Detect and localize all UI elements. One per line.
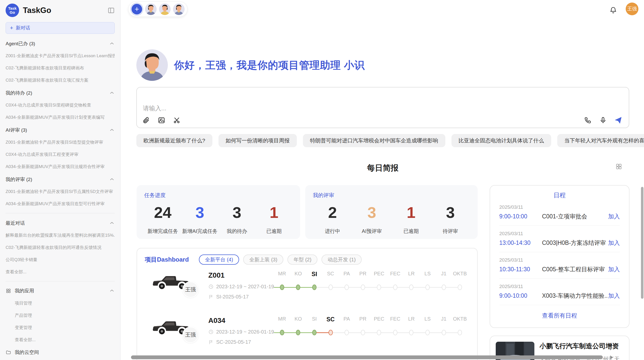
schedule-item: 2025/03/1110:30-11:30C005-整车工程目标评审加入 [499,257,620,279]
sidebar-item[interactable]: C0X4-动力总成开发项目工程变更评审 [6,152,115,157]
daily-brief-title: 每日简报 [136,163,629,173]
image-icon[interactable] [158,116,165,124]
stat-row: 24新增完成任务3新增AI完成任务3我的待办1已逾期 [144,203,292,235]
schedule-divider [499,226,620,226]
input-toolbar-left [142,116,181,124]
notification-bell-icon[interactable] [609,6,617,14]
recent-chats-header[interactable]: 最近对话 [6,220,115,227]
project-info: Z0012023-12-19 ~ 2027-01-19SI-2025-05-17 [208,271,274,300]
stat-item: 1已逾期 [255,203,292,235]
sidebar-collapse-icon[interactable] [108,7,115,14]
agent-pill: + [128,2,187,17]
flag-icon [208,294,214,299]
sidebar-item-cloud-space[interactable]: 我的云空间 [6,349,115,356]
sidebar-link-label: 我的云空间 [15,349,39,356]
clock-icon [208,329,214,335]
flag-icon [208,339,214,345]
agent-avatar-1[interactable] [145,3,157,15]
new-chat-label: 新对话 [16,25,30,31]
suggestion-chip[interactable]: 特朗普可能对进口汽车增税会对中国车企造成哪些影响 [303,134,445,147]
scissors-icon[interactable] [173,116,181,124]
milestone-node [312,284,316,290]
new-chat-button[interactable]: + 新对话 [6,22,115,34]
layout-grid-icon[interactable] [615,163,622,170]
user-avatar[interactable]: 王强 [626,3,638,15]
join-link[interactable]: 加入 [608,213,620,220]
recent-chat-item[interactable]: C02-飞腾新能源轻客改款项目的闭环通告反馈情况 [6,245,115,250]
sidebar-item[interactable]: A034-全新新能源MUV产品开发项目造型可行性评审 [6,201,115,207]
milestone-node [442,330,446,335]
my-apps-item[interactable]: 变更管理 [15,325,115,331]
sidebar-item[interactable]: Z001-全新燃油轻卡产品开发项目SI造型提交物评审 [6,139,115,145]
cloud-folder-icon [6,350,11,355]
phone-icon[interactable] [584,116,592,124]
recent-chat-item[interactable]: 解释最新出台的欧盟报废车法规再生塑料比例被调至15%... [6,232,115,238]
recent-chat-item[interactable]: 查看全部... [6,269,115,275]
horizontal-scrollbar[interactable] [131,355,603,359]
agent-avatar-2[interactable] [159,3,171,15]
my-apps-header[interactable]: 我的应用 [6,288,115,294]
suggestion-chip[interactable]: 比亚迪全固态电池计划具体说了什么 [451,134,551,147]
sidebar-group-header[interactable]: AI评审 (3) [6,127,115,133]
project-row[interactable]: 王强Z0012023-12-19 ~ 2027-01-19SI-2025-05-… [145,269,477,310]
sidebar-item[interactable]: A034-全新新能源MUV产品开发项目法规符合性评审 [6,164,115,170]
recent-chats-title: 最近对话 [6,220,25,227]
sidebar-item[interactable]: C0X4-动力总成开发项目SI里程碑提交物检查 [6,102,115,108]
project-code: A034 [208,317,274,325]
project-info: A0342023-12-19 ~ 2026-01-19SC-2025-05-17 [208,317,274,345]
schedule-row: 13:00-14:30C003|H0B-方案冻结评审加入 [499,239,620,247]
sidebar: Task Go TaskGo + 新对话 Agent已办 (3)Z001-全新燃… [0,0,121,360]
schedule-row: 9:00-10:00X003-车辆动力学性能验...加入 [499,292,620,300]
sidebar-group-header[interactable]: 我的待办 (2) [6,90,115,96]
schedule-name: X003-车辆动力学性能验... [542,292,608,300]
milestone-node [296,330,300,335]
milestone-label: OKTB [453,271,467,277]
suggestion-chips: 欧洲新规最近颁布了什么?如何写一份清晰的项目周报特朗普可能对进口汽车增税会对中国… [136,134,629,147]
sidebar-item[interactable]: C02-飞腾新能源轻客改款项目里程碑画布 [6,65,115,71]
milestone-label: KO [295,271,302,277]
vertical-scrollbar[interactable] [641,187,643,299]
sidebar-item[interactable]: Z001-全新燃油轻卡产品开发项目SI节点属性5D文件评审 [6,189,115,194]
sidebar-group-header[interactable]: Agent已办 (3) [6,40,115,47]
my-apps-item[interactable]: 项目管理 [15,300,115,306]
send-icon[interactable] [614,116,622,124]
suggestion-chip[interactable]: 如何写一份清晰的项目周报 [218,134,297,147]
suggestion-chip[interactable]: 欧洲新规最近颁布了什么? [136,134,212,147]
dashboard-header: 项目Dashboard 全新平台 (4)全新上装 (3)年型 (2)动总开发 (… [145,254,477,265]
view-all-schedule-link[interactable]: 查看所有日程 [499,312,620,320]
scroll-down-arrow[interactable] [608,347,613,350]
sidebar-item[interactable]: A034-全新新能源MUV产品开发项目计划变更表编写 [6,114,115,120]
join-link[interactable]: 加入 [608,239,620,247]
dashboard-tab[interactable]: 动总开发 (1) [321,254,362,265]
scroll-right-arrow[interactable] [610,355,613,359]
dashboard-tab[interactable]: 年型 (2) [287,254,317,265]
microphone-icon[interactable] [599,116,607,124]
suggestion-chip[interactable]: 当下年轻人对汽车外观有怎样的喜好趋势 [557,134,644,147]
dashboard-tab[interactable]: 全新平台 (4) [199,254,239,265]
stat-label: 新增AI完成任务 [181,228,218,235]
timeline-overdue-line [314,332,331,333]
join-link[interactable]: 加入 [608,265,620,273]
recent-chat-item[interactable]: 公司Q3轻卡销量 [6,257,115,263]
my-apps-item[interactable]: 查看全部... [15,337,115,343]
dashboard-tabs: 全新平台 (4)全新上装 (3)年型 (2)动总开发 (1) [199,254,362,265]
sidebar-item[interactable]: C02-飞腾新能源轻客改款项目立项汇报方案 [6,77,115,83]
project-row[interactable]: 王强A0342023-12-19 ~ 2026-01-19SC-2025-05-… [145,314,477,355]
sidebar-group-header[interactable]: 我的评审 (2) [6,176,115,183]
agent-avatar-3[interactable] [173,3,185,15]
add-agent-button[interactable]: + [131,3,143,15]
schedule-divider [499,278,620,279]
milestone-node [328,330,333,335]
join-link[interactable]: 加入 [608,292,620,300]
schedule-time: 13:00-14:30 [499,239,542,246]
project-milestone-date: SC-2025-05-17 [208,339,274,345]
dashboard-tab[interactable]: 全新上装 (3) [243,254,283,265]
milestone-label: LR [408,271,415,277]
chat-input[interactable] [143,92,550,115]
chevron-up-icon [109,127,115,133]
attachment-icon[interactable] [142,116,150,124]
my-apps-item[interactable]: 产品管理 [15,312,115,318]
chevron-up-icon [109,288,115,294]
clock-icon [208,284,214,289]
sidebar-item[interactable]: Z001-全新燃油皮卡产品开发项目SI节点Lesson Learn报告 [6,53,115,59]
